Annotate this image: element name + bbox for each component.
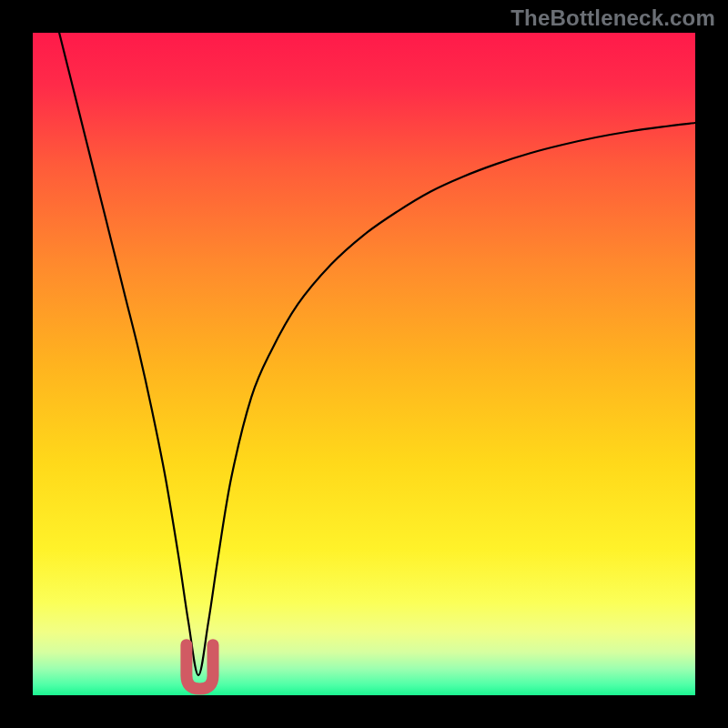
plot-area: [33, 33, 695, 695]
chart-frame: TheBottleneck.com: [0, 0, 728, 728]
gradient-background: [33, 33, 695, 695]
bottleneck-chart: [33, 33, 695, 695]
watermark-text: TheBottleneck.com: [511, 5, 715, 31]
